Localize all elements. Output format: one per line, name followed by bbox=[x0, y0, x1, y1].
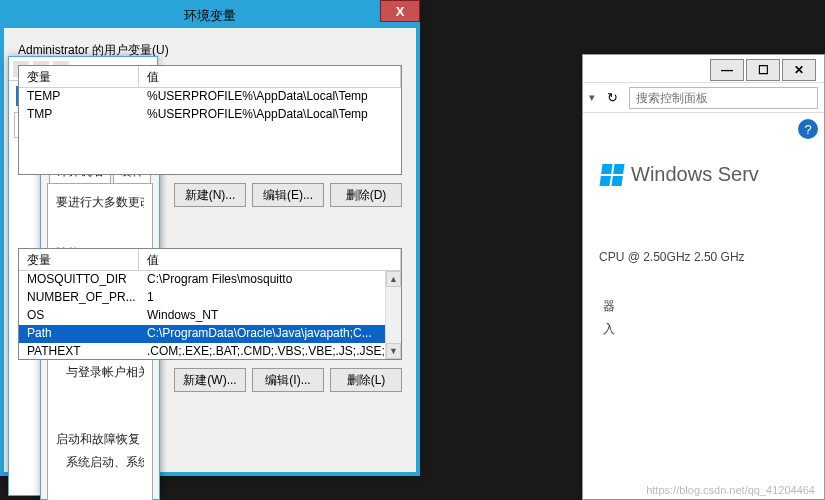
dropdown-icon[interactable]: ▾ bbox=[589, 91, 595, 104]
scrollbar[interactable]: ▲ ▼ bbox=[385, 271, 401, 359]
scroll-down-icon[interactable]: ▼ bbox=[386, 343, 401, 359]
system-info-window: — ☐ ✕ ▾ ↻ ? Windows Serv CPU @ 2.50GHz 2… bbox=[582, 54, 825, 500]
recovery-text: 系统启动、系统 bbox=[66, 454, 144, 471]
table-row[interactable]: NUMBER_OF_PR...1 bbox=[19, 289, 401, 307]
close-button[interactable]: ✕ bbox=[782, 59, 816, 81]
partial-text: 入 bbox=[603, 321, 814, 338]
user-delete-button[interactable]: 删除(D) bbox=[330, 183, 402, 207]
col-variable[interactable]: 变量 bbox=[19, 66, 139, 87]
table-row[interactable]: MOSQUITTO_DIRC:\Program Files\mosquitto bbox=[19, 271, 401, 289]
table-row[interactable]: PATHEXT.COM;.EXE;.BAT;.CMD;.VBS;.VBE;.JS… bbox=[19, 343, 401, 360]
windows-brand: Windows Serv bbox=[601, 163, 814, 186]
minimize-button[interactable]: — bbox=[710, 59, 744, 81]
windows-logo-icon bbox=[599, 164, 624, 186]
sysprop-intro: 要进行大多数更改 bbox=[56, 194, 144, 211]
profile-text: 与登录帐户相关 bbox=[66, 364, 144, 381]
col-variable[interactable]: 变量 bbox=[19, 249, 139, 270]
recovery-heading: 启动和故障恢复 bbox=[56, 431, 144, 448]
watermark: https://blog.csdn.net/qq_41204464 bbox=[646, 484, 815, 496]
help-icon[interactable]: ? bbox=[798, 119, 818, 139]
sys-delete-button[interactable]: 删除(L) bbox=[330, 368, 402, 392]
system-vars-table[interactable]: 变量 值 MOSQUITTO_DIRC:\Program Files\mosqu… bbox=[18, 248, 402, 360]
address-bar: ▾ ↻ bbox=[583, 83, 824, 113]
table-row[interactable]: TMP%USERPROFILE%\AppData\Local\Temp bbox=[19, 106, 401, 124]
env-titlebar: 环境变量 X bbox=[4, 4, 416, 28]
refresh-icon[interactable]: ↻ bbox=[603, 89, 621, 107]
sys-edit-button[interactable]: 编辑(I)... bbox=[252, 368, 324, 392]
right-titlebar: — ☐ ✕ bbox=[583, 55, 824, 83]
table-row[interactable]: OSWindows_NT bbox=[19, 307, 401, 325]
env-title: 环境变量 bbox=[184, 7, 236, 25]
col-value[interactable]: 值 bbox=[139, 66, 401, 87]
maximize-button[interactable]: ☐ bbox=[746, 59, 780, 81]
partial-text: 器 bbox=[603, 298, 814, 315]
col-value[interactable]: 值 bbox=[139, 249, 401, 270]
user-new-button[interactable]: 新建(N)... bbox=[174, 183, 246, 207]
user-edit-button[interactable]: 编辑(E)... bbox=[252, 183, 324, 207]
table-row[interactable]: TEMP%USERPROFILE%\AppData\Local\Temp bbox=[19, 88, 401, 106]
close-button[interactable]: X bbox=[380, 0, 420, 22]
scroll-up-icon[interactable]: ▲ bbox=[386, 271, 401, 287]
table-row[interactable]: PathC:\ProgramData\Oracle\Java\javapath;… bbox=[19, 325, 401, 343]
search-input[interactable] bbox=[629, 87, 818, 109]
sys-new-button[interactable]: 新建(W)... bbox=[174, 368, 246, 392]
user-vars-table[interactable]: 变量 值 TEMP%USERPROFILE%\AppData\Local\Tem… bbox=[18, 65, 402, 175]
cpu-line: CPU @ 2.50GHz 2.50 GHz bbox=[599, 250, 814, 264]
